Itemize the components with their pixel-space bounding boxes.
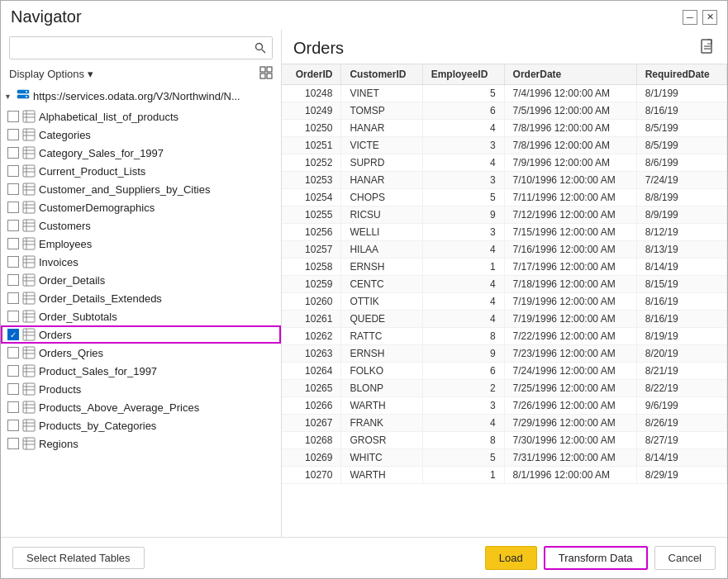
table-row[interactable]: 10261QUEDE47/19/1996 12:00:00 AM8/16/19 <box>282 311 727 328</box>
table-row[interactable]: 10260OTTIK47/19/1996 12:00:00 AM8/16/19 <box>282 293 727 311</box>
tree-item-checkbox[interactable] <box>7 256 19 268</box>
tree-item-checkbox[interactable] <box>7 165 19 177</box>
select-related-tables-button[interactable]: Select Related Tables <box>12 547 145 569</box>
table-cell: 7/30/1996 12:00:00 AM <box>504 432 636 449</box>
table-row[interactable]: 10254CHOPS57/11/1996 12:00:00 AM8/8/199 <box>282 189 727 206</box>
load-button[interactable]: Load <box>485 546 537 570</box>
view-toggle-button[interactable] <box>259 66 273 82</box>
tree-item[interactable]: Order_Details_Extendeds <box>1 289 281 307</box>
table-icon <box>22 273 36 287</box>
tree-item[interactable]: Alphabetical_list_of_products <box>1 107 281 126</box>
table-cell: 3 <box>422 224 504 241</box>
tree-item[interactable]: Category_Sales_for_1997 <box>1 144 281 162</box>
tree-item-label: Current_Product_Lists <box>39 165 145 178</box>
tree-item-checkbox[interactable] <box>7 401 19 413</box>
tree-item-checkbox[interactable] <box>7 238 19 249</box>
tree-item-checkbox[interactable] <box>7 420 19 431</box>
tree-item[interactable]: Order_Subtotals <box>1 307 281 325</box>
table-row[interactable]: 10251VICTE37/8/1996 12:00:00 AM8/5/199 <box>282 137 727 154</box>
tree-item[interactable]: Current_Product_Lists <box>1 162 281 180</box>
tree-item[interactable]: Invoices <box>1 253 281 271</box>
tree-item-checkbox[interactable] <box>7 365 19 377</box>
tree-item[interactable]: Categories <box>1 126 281 144</box>
table-row[interactable]: 10265BLONP27/25/1996 12:00:00 AM8/22/19 <box>282 380 727 397</box>
table-row[interactable]: 10256WELLI37/15/1996 12:00:00 AM8/12/19 <box>282 224 727 241</box>
tree-item-checkbox[interactable] <box>7 383 19 395</box>
tree-item-checkbox[interactable] <box>7 438 19 449</box>
minimize-button[interactable]: ─ <box>683 10 697 25</box>
search-input[interactable] <box>10 39 249 58</box>
cancel-button[interactable]: Cancel <box>654 546 716 570</box>
navigator-dialog: Navigator ─ ✕ Display Options ▾ <box>0 0 728 579</box>
tree-item-checkbox[interactable] <box>7 274 19 286</box>
table-row[interactable]: 10269WHITC57/31/1996 12:00:00 AM8/14/19 <box>282 449 727 467</box>
tree-item[interactable]: Customers <box>1 216 281 235</box>
tree-item[interactable]: Customer_and_Suppliers_by_Cities <box>1 180 281 198</box>
tree-item-label: Product_Sales_for_1997 <box>39 365 157 377</box>
tree-item[interactable]: Regions <box>1 434 281 453</box>
tree-item[interactable]: Orders <box>1 325 281 344</box>
tree-item-checkbox[interactable] <box>7 220 19 231</box>
table-row[interactable]: 10257HILAA47/16/1996 12:00:00 AM8/13/19 <box>282 241 727 259</box>
table-cell: HANAR <box>341 172 422 189</box>
table-cell: 10249 <box>282 102 341 120</box>
table-cell: RICSU <box>341 206 422 224</box>
table-row[interactable]: 10248VINET57/4/1996 12:00:00 AM8/1/199 <box>282 85 727 102</box>
table-row[interactable]: 10255RICSU97/12/1996 12:00:00 AM8/9/199 <box>282 206 727 224</box>
tree-item[interactable]: Products_Above_Average_Prices <box>1 398 281 416</box>
table-row[interactable]: 10253HANAR37/10/1996 12:00:00 AM7/24/19 <box>282 172 727 189</box>
table-icon <box>22 310 36 323</box>
tree-item-checkbox[interactable] <box>7 129 19 140</box>
tree-item[interactable]: Product_Sales_for_1997 <box>1 362 281 380</box>
tree-item[interactable]: Products <box>1 380 281 398</box>
tree-item[interactable]: Order_Details <box>1 271 281 289</box>
table-row[interactable]: 10258ERNSH17/17/1996 12:00:00 AM8/14/19 <box>282 259 727 276</box>
tree-item-checkbox[interactable] <box>7 183 19 195</box>
display-options-button[interactable]: Display Options ▾ <box>9 68 93 80</box>
table-row[interactable]: 10259CENTC47/18/1996 12:00:00 AM8/15/19 <box>282 276 727 293</box>
tree-item-checkbox[interactable] <box>7 311 19 322</box>
table-cell: 8/16/19 <box>636 293 726 311</box>
svg-rect-82 <box>23 438 35 449</box>
export-icon[interactable] <box>699 38 716 59</box>
table-row[interactable]: 10252SUPRD47/9/1996 12:00:00 AM8/6/199 <box>282 154 727 172</box>
table-cell: 8/1/1996 12:00:00 AM <box>504 467 636 484</box>
table-cell: 7/31/1996 12:00:00 AM <box>504 449 636 467</box>
table-row[interactable]: 10270WARTH18/1/1996 12:00:00 AM8/29/19 <box>282 467 727 484</box>
tree-root-label: https://services.odata.org/V3/Northwind/… <box>33 90 240 102</box>
table-cell: ERNSH <box>341 345 422 363</box>
tree-item-checkbox[interactable] <box>7 329 19 340</box>
tree-root-item[interactable]: ▼ https://services.odata.org/V3/Northwin… <box>1 85 281 107</box>
tree-item[interactable]: Orders_Qries <box>1 344 281 362</box>
tree-item[interactable]: Products_by_Categories <box>1 416 281 434</box>
table-row[interactable]: 10262RATTC87/22/1996 12:00:00 AM8/19/19 <box>282 328 727 345</box>
transform-data-button[interactable]: Transform Data <box>544 546 648 570</box>
table-row[interactable]: 10266WARTH37/26/1996 12:00:00 AM9/6/199 <box>282 397 727 415</box>
data-table-container[interactable]: OrderIDCustomerIDEmployeeIDOrderDateRequ… <box>282 64 727 537</box>
tree-item[interactable]: CustomerDemographics <box>1 198 281 216</box>
table-row[interactable]: 10268GROSR87/30/1996 12:00:00 AM8/27/19 <box>282 432 727 449</box>
tree-item[interactable]: Employees <box>1 235 281 253</box>
svg-point-0 <box>256 44 263 50</box>
table-row[interactable]: 10250HANAR47/8/1996 12:00:00 AM8/5/199 <box>282 120 727 137</box>
table-cell: WARTH <box>341 397 422 415</box>
tree-item-checkbox[interactable] <box>7 202 19 213</box>
tree-item-checkbox[interactable] <box>7 147 19 159</box>
table-row[interactable]: 10267FRANK47/29/1996 12:00:00 AM8/26/19 <box>282 415 727 432</box>
table-row[interactable]: 10263ERNSH97/23/1996 12:00:00 AM8/20/19 <box>282 345 727 363</box>
table-cell: 3 <box>422 137 504 154</box>
table-row[interactable]: 10264FOLKO67/24/1996 12:00:00 AM8/21/19 <box>282 363 727 380</box>
title-bar: Navigator ─ ✕ <box>1 1 727 30</box>
table-column-header: OrderID <box>282 64 341 85</box>
search-button[interactable] <box>249 37 272 59</box>
tree-item-checkbox[interactable] <box>7 292 19 304</box>
close-button[interactable]: ✕ <box>702 10 717 25</box>
tree-container[interactable]: ▼ https://services.odata.org/V3/Northwin… <box>1 85 281 537</box>
svg-rect-5 <box>267 74 272 78</box>
table-cell: 8/21/19 <box>636 363 726 380</box>
table-icon <box>22 164 36 178</box>
table-row[interactable]: 10249TOMSP67/5/1996 12:00:00 AM8/16/19 <box>282 102 727 120</box>
tree-item-checkbox[interactable] <box>7 111 19 122</box>
tree-item-checkbox[interactable] <box>7 347 19 358</box>
table-cell: 2 <box>422 380 504 397</box>
